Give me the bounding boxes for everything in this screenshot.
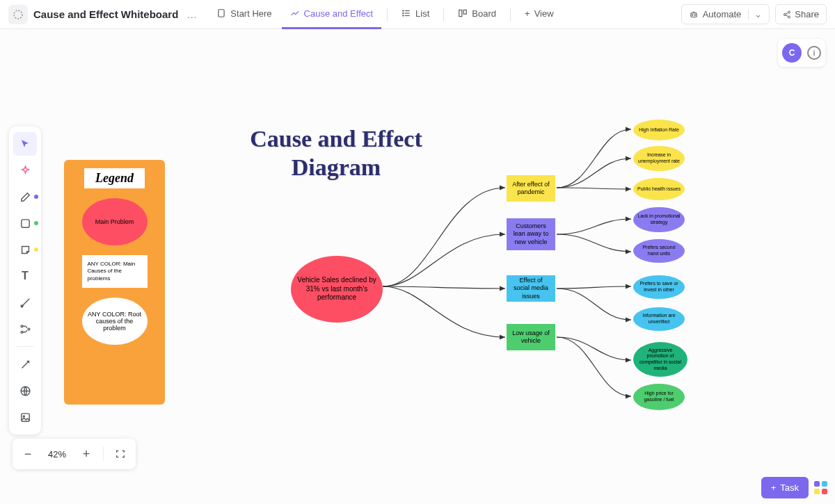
svg-point-22 [21,331,23,333]
separator [443,8,444,21]
automate-label: Automate [703,9,742,19]
tab-cause-effect[interactable]: Cause and Effect [282,0,382,29]
presence-panel: C i [778,39,825,67]
cause-node[interactable]: Low usage of vehicle [507,324,555,350]
cause-node[interactable]: Effect of social media issues [507,275,555,302]
svg-point-12 [694,15,695,15]
separator [387,8,388,21]
fit-screen-button[interactable] [109,443,132,465]
doc-icon[interactable] [8,5,28,24]
legend-main-problem: Main Problem [82,198,148,245]
legend-card[interactable]: Legend Main Problem ANY COLOR: Main Caus… [64,160,165,405]
tab-label: Cause and Effect [304,8,374,19]
robot-icon [689,10,699,19]
tab-label: View [534,8,554,19]
svg-rect-19 [21,219,29,227]
document-title[interactable]: Cause and Effect Whiteboard [33,8,178,20]
svg-rect-1 [218,10,224,17]
root-node[interactable]: Lack in promotional strategy [633,207,685,232]
list-icon [401,8,411,18]
separator [16,346,34,347]
tab-start-here[interactable]: Start Here [208,0,280,29]
svg-point-0 [14,10,22,19]
tab-add-view[interactable]: + View [516,0,562,29]
tool-palette: T [9,127,41,434]
svg-point-7 [403,15,404,16]
svg-point-23 [28,328,30,330]
plus-icon: + [771,482,777,493]
document-icon [216,8,226,18]
zoom-controls: − 42% + [13,439,136,469]
automate-button[interactable]: Automate ⌄ [681,4,770,24]
cause-node[interactable]: After effect of pandemic [507,175,555,202]
root-node[interactable]: Prefers second hand units [633,239,685,263]
svg-point-11 [692,15,692,15]
zoom-out-button[interactable]: − [17,443,39,465]
zoom-in-button[interactable]: + [75,443,97,465]
whiteboard-icon [290,8,300,18]
root-node[interactable]: High Inflation Rate [633,120,685,140]
shape-tool[interactable] [13,211,37,235]
root-node[interactable]: Public health issues [633,178,685,200]
svg-point-6 [403,13,404,13]
board-icon [458,8,468,18]
select-tool[interactable] [13,132,37,156]
text-tool[interactable]: T [13,264,37,288]
problem-node[interactable]: Vehicle Sales declined by 31% vs last mo… [291,256,383,323]
svg-rect-9 [464,10,467,14]
bottom-actions: + Task [761,477,828,498]
legend-title: Legend [84,168,145,188]
ai-tool[interactable] [13,158,37,182]
root-node[interactable]: Information are unverified [633,307,685,331]
svg-line-18 [786,15,789,16]
task-label: Task [780,482,799,493]
svg-point-26 [23,416,24,417]
svg-rect-25 [21,413,29,421]
connector-tool[interactable] [13,291,37,314]
top-bar: Cause and Effect Whiteboard … Start Here… [0,0,835,29]
tab-label: Board [472,8,496,19]
image-tool[interactable] [13,405,37,429]
cause-node[interactable]: Customers lean away to new vehicle [507,218,555,250]
root-node[interactable]: Aggressive promotion of competitor in so… [633,342,687,377]
root-node[interactable]: Increase in unemployment rate [633,146,685,171]
tab-label: List [415,8,429,19]
svg-point-21 [21,325,23,327]
tab-label: Start Here [230,8,271,19]
svg-point-16 [788,16,790,18]
plus-icon: + [525,8,530,19]
root-node[interactable]: Prefers to save or invest in other [633,275,685,299]
svg-point-15 [784,13,786,15]
chevron-down-icon[interactable]: ⌄ [748,9,762,19]
task-button[interactable]: + Task [761,477,809,498]
share-button[interactable]: Share [775,4,827,24]
svg-point-14 [788,11,790,13]
svg-point-5 [403,10,404,11]
sticky-tool[interactable] [13,238,37,261]
zoom-value[interactable]: 42% [45,449,70,460]
view-tabs: Start Here Cause and Effect List Board +… [208,0,562,29]
share-label: Share [795,9,819,19]
root-node[interactable]: High price for gasoline / fuel [633,384,685,410]
whiteboard-canvas[interactable]: C i T Legend Main Problem ANY COLOR: Mai… [0,29,835,504]
tab-board[interactable]: Board [450,0,504,29]
tab-list[interactable]: List [393,0,438,29]
web-tool[interactable] [13,379,37,403]
pen-tool[interactable] [13,185,37,209]
separator [103,446,104,462]
share-icon [783,10,791,19]
user-avatar[interactable]: C [782,43,802,63]
legend-main-causes: ANY COLOR: Main Causes of the problems [82,255,148,288]
apps-button[interactable] [814,481,828,495]
mindmap-tool[interactable] [13,317,37,341]
svg-rect-8 [459,10,462,16]
more-icon[interactable]: … [184,8,200,20]
separator [510,8,511,21]
magic-tool[interactable] [13,352,37,376]
info-icon[interactable]: i [807,46,821,60]
svg-line-17 [786,13,789,14]
legend-root-causes: ANY COLOR: Root causes of the problem [82,298,148,345]
diagram-title[interactable]: Cause and Effect Diagram [235,125,437,182]
